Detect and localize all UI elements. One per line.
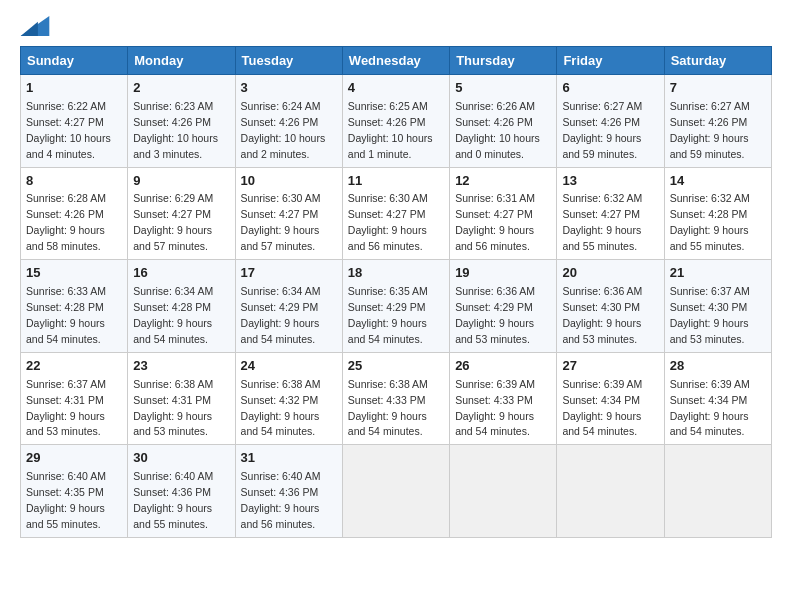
- day-info: Sunrise: 6:27 AMSunset: 4:26 PMDaylight:…: [670, 100, 750, 160]
- calendar-cell: 3 Sunrise: 6:24 AMSunset: 4:26 PMDayligh…: [235, 75, 342, 168]
- day-header-sunday: Sunday: [21, 47, 128, 75]
- day-info: Sunrise: 6:35 AMSunset: 4:29 PMDaylight:…: [348, 285, 428, 345]
- day-number: 9: [133, 172, 229, 191]
- calendar-week-3: 15 Sunrise: 6:33 AMSunset: 4:28 PMDaylig…: [21, 260, 772, 353]
- calendar-cell: 7 Sunrise: 6:27 AMSunset: 4:26 PMDayligh…: [664, 75, 771, 168]
- calendar-header-row: SundayMondayTuesdayWednesdayThursdayFrid…: [21, 47, 772, 75]
- day-info: Sunrise: 6:38 AMSunset: 4:32 PMDaylight:…: [241, 378, 321, 438]
- day-number: 22: [26, 357, 122, 376]
- day-info: Sunrise: 6:30 AMSunset: 4:27 PMDaylight:…: [348, 192, 428, 252]
- calendar-cell: 23 Sunrise: 6:38 AMSunset: 4:31 PMDaylig…: [128, 352, 235, 445]
- day-info: Sunrise: 6:32 AMSunset: 4:27 PMDaylight:…: [562, 192, 642, 252]
- calendar-cell: 1 Sunrise: 6:22 AMSunset: 4:27 PMDayligh…: [21, 75, 128, 168]
- day-info: Sunrise: 6:40 AMSunset: 4:36 PMDaylight:…: [241, 470, 321, 530]
- calendar-cell: [450, 445, 557, 538]
- svg-marker-1: [21, 22, 38, 36]
- day-info: Sunrise: 6:39 AMSunset: 4:34 PMDaylight:…: [670, 378, 750, 438]
- day-info: Sunrise: 6:36 AMSunset: 4:29 PMDaylight:…: [455, 285, 535, 345]
- calendar-cell: 15 Sunrise: 6:33 AMSunset: 4:28 PMDaylig…: [21, 260, 128, 353]
- calendar-cell: 8 Sunrise: 6:28 AMSunset: 4:26 PMDayligh…: [21, 167, 128, 260]
- calendar-cell: 28 Sunrise: 6:39 AMSunset: 4:34 PMDaylig…: [664, 352, 771, 445]
- day-number: 14: [670, 172, 766, 191]
- day-info: Sunrise: 6:38 AMSunset: 4:33 PMDaylight:…: [348, 378, 428, 438]
- day-number: 31: [241, 449, 337, 468]
- day-number: 27: [562, 357, 658, 376]
- calendar-cell: 27 Sunrise: 6:39 AMSunset: 4:34 PMDaylig…: [557, 352, 664, 445]
- day-number: 13: [562, 172, 658, 191]
- day-number: 21: [670, 264, 766, 283]
- day-number: 5: [455, 79, 551, 98]
- day-number: 3: [241, 79, 337, 98]
- calendar-cell: 17 Sunrise: 6:34 AMSunset: 4:29 PMDaylig…: [235, 260, 342, 353]
- day-info: Sunrise: 6:34 AMSunset: 4:29 PMDaylight:…: [241, 285, 321, 345]
- day-info: Sunrise: 6:33 AMSunset: 4:28 PMDaylight:…: [26, 285, 106, 345]
- calendar-cell: 16 Sunrise: 6:34 AMSunset: 4:28 PMDaylig…: [128, 260, 235, 353]
- day-info: Sunrise: 6:26 AMSunset: 4:26 PMDaylight:…: [455, 100, 540, 160]
- calendar-cell: 4 Sunrise: 6:25 AMSunset: 4:26 PMDayligh…: [342, 75, 449, 168]
- calendar-table: SundayMondayTuesdayWednesdayThursdayFrid…: [20, 46, 772, 538]
- calendar-cell: 6 Sunrise: 6:27 AMSunset: 4:26 PMDayligh…: [557, 75, 664, 168]
- day-info: Sunrise: 6:37 AMSunset: 4:30 PMDaylight:…: [670, 285, 750, 345]
- calendar-cell: 25 Sunrise: 6:38 AMSunset: 4:33 PMDaylig…: [342, 352, 449, 445]
- day-number: 28: [670, 357, 766, 376]
- header: [20, 16, 772, 38]
- day-info: Sunrise: 6:39 AMSunset: 4:34 PMDaylight:…: [562, 378, 642, 438]
- calendar-cell: 14 Sunrise: 6:32 AMSunset: 4:28 PMDaylig…: [664, 167, 771, 260]
- day-number: 23: [133, 357, 229, 376]
- day-number: 4: [348, 79, 444, 98]
- day-header-tuesday: Tuesday: [235, 47, 342, 75]
- day-info: Sunrise: 6:24 AMSunset: 4:26 PMDaylight:…: [241, 100, 326, 160]
- calendar-week-2: 8 Sunrise: 6:28 AMSunset: 4:26 PMDayligh…: [21, 167, 772, 260]
- day-info: Sunrise: 6:30 AMSunset: 4:27 PMDaylight:…: [241, 192, 321, 252]
- day-number: 15: [26, 264, 122, 283]
- day-header-wednesday: Wednesday: [342, 47, 449, 75]
- day-number: 24: [241, 357, 337, 376]
- calendar-week-5: 29 Sunrise: 6:40 AMSunset: 4:35 PMDaylig…: [21, 445, 772, 538]
- day-number: 30: [133, 449, 229, 468]
- day-info: Sunrise: 6:39 AMSunset: 4:33 PMDaylight:…: [455, 378, 535, 438]
- day-info: Sunrise: 6:40 AMSunset: 4:36 PMDaylight:…: [133, 470, 213, 530]
- calendar-week-1: 1 Sunrise: 6:22 AMSunset: 4:27 PMDayligh…: [21, 75, 772, 168]
- day-info: Sunrise: 6:34 AMSunset: 4:28 PMDaylight:…: [133, 285, 213, 345]
- calendar-cell: 29 Sunrise: 6:40 AMSunset: 4:35 PMDaylig…: [21, 445, 128, 538]
- calendar-cell: [557, 445, 664, 538]
- calendar-cell: 22 Sunrise: 6:37 AMSunset: 4:31 PMDaylig…: [21, 352, 128, 445]
- calendar-cell: 31 Sunrise: 6:40 AMSunset: 4:36 PMDaylig…: [235, 445, 342, 538]
- day-header-thursday: Thursday: [450, 47, 557, 75]
- calendar-week-4: 22 Sunrise: 6:37 AMSunset: 4:31 PMDaylig…: [21, 352, 772, 445]
- calendar-cell: 9 Sunrise: 6:29 AMSunset: 4:27 PMDayligh…: [128, 167, 235, 260]
- day-info: Sunrise: 6:40 AMSunset: 4:35 PMDaylight:…: [26, 470, 106, 530]
- day-number: 18: [348, 264, 444, 283]
- day-info: Sunrise: 6:28 AMSunset: 4:26 PMDaylight:…: [26, 192, 106, 252]
- day-info: Sunrise: 6:25 AMSunset: 4:26 PMDaylight:…: [348, 100, 433, 160]
- calendar-cell: 18 Sunrise: 6:35 AMSunset: 4:29 PMDaylig…: [342, 260, 449, 353]
- day-number: 29: [26, 449, 122, 468]
- calendar-cell: 26 Sunrise: 6:39 AMSunset: 4:33 PMDaylig…: [450, 352, 557, 445]
- day-number: 26: [455, 357, 551, 376]
- day-info: Sunrise: 6:23 AMSunset: 4:26 PMDaylight:…: [133, 100, 218, 160]
- calendar-cell: [664, 445, 771, 538]
- logo: [20, 16, 50, 38]
- calendar-cell: 21 Sunrise: 6:37 AMSunset: 4:30 PMDaylig…: [664, 260, 771, 353]
- day-header-saturday: Saturday: [664, 47, 771, 75]
- day-info: Sunrise: 6:27 AMSunset: 4:26 PMDaylight:…: [562, 100, 642, 160]
- day-number: 1: [26, 79, 122, 98]
- day-header-friday: Friday: [557, 47, 664, 75]
- day-number: 6: [562, 79, 658, 98]
- day-number: 17: [241, 264, 337, 283]
- day-number: 20: [562, 264, 658, 283]
- day-info: Sunrise: 6:36 AMSunset: 4:30 PMDaylight:…: [562, 285, 642, 345]
- day-number: 2: [133, 79, 229, 98]
- day-number: 7: [670, 79, 766, 98]
- calendar-cell: 10 Sunrise: 6:30 AMSunset: 4:27 PMDaylig…: [235, 167, 342, 260]
- day-number: 19: [455, 264, 551, 283]
- calendar-cell: 11 Sunrise: 6:30 AMSunset: 4:27 PMDaylig…: [342, 167, 449, 260]
- calendar-cell: 5 Sunrise: 6:26 AMSunset: 4:26 PMDayligh…: [450, 75, 557, 168]
- day-header-monday: Monday: [128, 47, 235, 75]
- calendar-cell: 2 Sunrise: 6:23 AMSunset: 4:26 PMDayligh…: [128, 75, 235, 168]
- day-info: Sunrise: 6:32 AMSunset: 4:28 PMDaylight:…: [670, 192, 750, 252]
- calendar-cell: 12 Sunrise: 6:31 AMSunset: 4:27 PMDaylig…: [450, 167, 557, 260]
- calendar-cell: [342, 445, 449, 538]
- calendar-cell: 13 Sunrise: 6:32 AMSunset: 4:27 PMDaylig…: [557, 167, 664, 260]
- day-number: 11: [348, 172, 444, 191]
